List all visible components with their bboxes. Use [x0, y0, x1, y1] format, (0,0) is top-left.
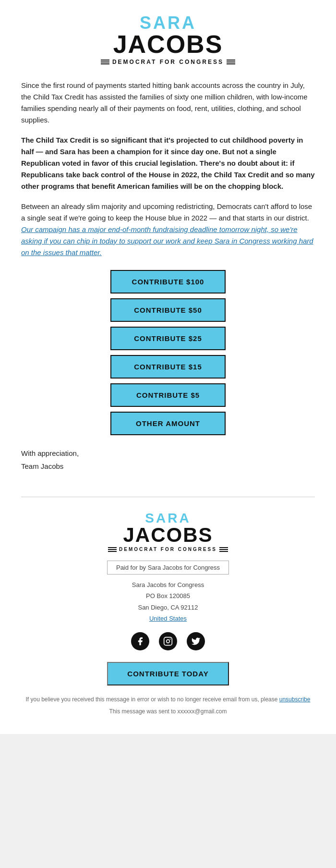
footer-logo-line-1: [108, 547, 117, 548]
footer-section: SARA JACOBS DEMOCRAT FOR CONGRESS Paid f…: [0, 497, 336, 734]
footer-disclaimer: If you believe you received this message…: [21, 695, 315, 704]
footer-logo-line-5: [219, 549, 228, 550]
address-line-1: Sara Jacobs for Congress: [21, 579, 315, 590]
contribute-25-button[interactable]: CONTRIBUTE $25: [110, 327, 226, 350]
paragraph-3-link[interactable]: Our campaign has a major end-of-month fu…: [21, 225, 313, 257]
address-line-3: San Diego, CA 92112: [21, 602, 315, 613]
address-line-2: PO Box 120085: [21, 590, 315, 601]
twitter-icon[interactable]: [187, 632, 205, 650]
footer-logo-line-4: [219, 547, 228, 548]
logo-decoration-lines-right: [227, 60, 235, 64]
sign-off-line-2: Team Jacobs: [21, 460, 315, 473]
footer-logo-sara: SARA: [21, 512, 315, 525]
footer-logo-subtitle: DEMOCRAT FOR CONGRESS: [21, 547, 315, 552]
address-line-4[interactable]: United States: [21, 613, 315, 624]
footer-logo-lines-right: [219, 547, 228, 552]
facebook-svg: [135, 636, 145, 646]
footer-logo: SARA JACOBS DEMOCRAT FOR CONGRESS: [21, 512, 315, 552]
logo-line-1: [101, 60, 109, 61]
twitter-svg: [191, 636, 201, 646]
footer-logo-subtitle-text: DEMOCRAT FOR CONGRESS: [119, 547, 217, 552]
contribute-100-button[interactable]: CONTRIBUTE $100: [110, 270, 226, 293]
address-block: Sara Jacobs for Congress PO Box 120085 S…: [21, 579, 315, 624]
contribution-buttons-section: CONTRIBUTE $100 CONTRIBUTE $50 CONTRIBUT…: [21, 270, 315, 435]
paragraph-2: The Child Tax Credit is so significant t…: [21, 134, 315, 192]
contribute-today-wrapper: CONTRIBUTE TODAY: [21, 657, 315, 695]
footer-logo-lines-left: [108, 547, 117, 552]
svg-rect-0: [164, 637, 172, 645]
svg-point-2: [170, 638, 171, 639]
paragraph-3: Between an already slim majority and upc…: [21, 201, 315, 258]
footer-email-text: This message was sent to xxxxxx@gmail.co…: [21, 708, 315, 715]
paragraph-3-before-link: Between an already slim majority and upc…: [21, 202, 312, 222]
logo-line-4: [227, 60, 235, 61]
paragraph-1: Since the first round of payments starte…: [21, 80, 315, 126]
instagram-icon[interactable]: [159, 632, 177, 650]
contribute-today-button[interactable]: CONTRIBUTE TODAY: [107, 662, 228, 685]
contribute-5-button[interactable]: CONTRIBUTE $5: [110, 383, 226, 407]
sign-off-line-1: With appreciation,: [21, 447, 315, 460]
body-content: Since the first round of payments starte…: [0, 75, 336, 497]
logo-line-3: [101, 63, 109, 64]
unsubscribe-link[interactable]: unsubscribe: [279, 696, 311, 703]
footer-logo-line-2: [108, 549, 117, 550]
logo-line-6: [227, 63, 235, 64]
sign-off: With appreciation, Team Jacobs: [21, 447, 315, 473]
logo-subtitle-text: DEMOCRAT FOR CONGRESS: [112, 59, 224, 65]
logo-subtitle: DEMOCRAT FOR CONGRESS: [10, 59, 326, 65]
logo-jacobs: JACOBS: [10, 32, 326, 57]
instagram-svg: [163, 636, 173, 646]
contribute-50-button[interactable]: CONTRIBUTE $50: [110, 298, 226, 322]
paid-for-box: Paid for by Sara Jacobs for Congress: [21, 552, 315, 579]
contribute-15-button[interactable]: CONTRIBUTE $15: [110, 355, 226, 379]
email-container: SARA JACOBS DEMOCRAT FOR CONGRESS Since …: [0, 0, 336, 734]
other-amount-button[interactable]: OTHER AMOUNT: [110, 412, 226, 435]
logo-sara: SARA: [10, 14, 326, 32]
logo-decoration-lines: [101, 60, 109, 64]
social-icons-section: [21, 632, 315, 650]
svg-point-1: [167, 639, 170, 643]
logo-line-2: [101, 61, 109, 62]
disclaimer-text: If you believe you received this message…: [26, 696, 278, 703]
header-section: SARA JACOBS DEMOCRAT FOR CONGRESS: [0, 0, 336, 75]
footer-logo-jacobs: JACOBS: [21, 525, 315, 545]
paid-for-text: Paid for by Sara Jacobs for Congress: [107, 561, 229, 575]
logo-line-5: [227, 61, 235, 62]
facebook-icon[interactable]: [131, 632, 149, 650]
